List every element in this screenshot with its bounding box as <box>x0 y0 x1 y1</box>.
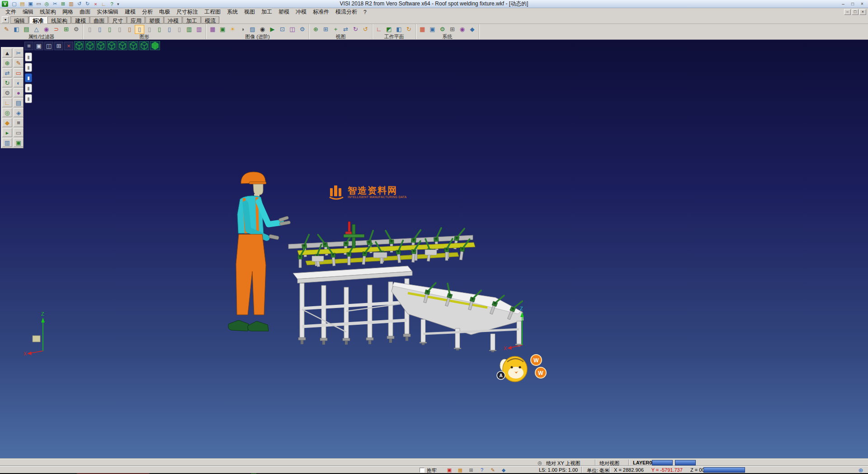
scissors-icon[interactable]: ✂ <box>14 48 24 57</box>
measure-angle-icon[interactable]: ∟ <box>2 98 12 107</box>
lock-checkbox[interactable] <box>420 468 425 473</box>
grid-toggle-icon[interactable]: ⊞ <box>467 467 475 473</box>
zoom-extents-icon[interactable]: ⊕ <box>311 25 321 34</box>
list-icon[interactable]: ≡ <box>14 118 24 127</box>
preview-icon[interactable]: ◎ <box>43 0 51 7</box>
view-right-icon[interactable] <box>118 41 127 50</box>
image-capture-icon[interactable]: ▦ <box>457 467 464 473</box>
workplane-view-icon[interactable]: ◩ <box>384 25 394 34</box>
blank-elements-icon[interactable]: ▯ <box>145 25 154 34</box>
advanced-settings-icon[interactable]: ⚙ <box>297 25 307 34</box>
maximize-button[interactable]: □ <box>849 1 857 7</box>
clip-plane-icon[interactable]: ▥ <box>194 25 204 34</box>
database-icon[interactable]: ▥ <box>2 138 12 147</box>
menu-item[interactable]: 冲模 <box>292 8 310 16</box>
filter-settings-icon[interactable]: ⚙ <box>71 25 81 34</box>
paste-icon[interactable]: ▥ <box>67 0 75 7</box>
menu-item[interactable]: 标准件 <box>310 8 332 16</box>
zoom-in-icon[interactable]: + <box>331 25 340 34</box>
menu-item[interactable]: 尺寸标注 <box>173 8 201 16</box>
layer-label[interactable]: LAYER0 <box>633 460 652 465</box>
workplane-xy-icon[interactable]: ∟ <box>374 25 384 34</box>
menu-item[interactable]: 工程图 <box>201 8 224 16</box>
sphere-icon[interactable]: ● <box>14 88 24 97</box>
display-settings-icon[interactable]: ▣ <box>428 25 437 34</box>
pan-view-icon[interactable]: ⇄ <box>341 25 350 34</box>
select-mode-button-2[interactable]: ▮ <box>25 63 32 72</box>
3d-viewport[interactable]: Z X Z X ≡ ▣ ◫ ⊞ × <box>0 40 868 459</box>
screenshot-icon[interactable]: ⊡ <box>278 25 287 34</box>
menu-item[interactable]: ? <box>360 9 370 16</box>
menu-item[interactable]: 文件 <box>2 8 19 16</box>
render-mode-icon[interactable]: ▦ <box>208 25 217 34</box>
close-view-icon[interactable]: × <box>64 42 73 50</box>
layer-manager-icon[interactable]: ▯ <box>85 25 94 34</box>
menu-item[interactable]: 视图 <box>241 8 258 16</box>
match-attributes-icon[interactable]: ◧ <box>12 25 21 34</box>
lighting-icon[interactable]: ☀ <box>228 25 237 34</box>
view-list-icon[interactable]: ▯ <box>95 25 104 34</box>
menu-item[interactable]: 塑模 <box>275 8 292 16</box>
help-icon[interactable]: ? <box>108 0 116 7</box>
cut-icon[interactable]: ✂ <box>51 0 59 7</box>
tab[interactable]: 模流 <box>201 16 219 24</box>
rotate-icon[interactable]: ↻ <box>2 78 12 87</box>
rotate-view-icon[interactable]: ↻ <box>351 25 360 34</box>
close-button[interactable]: × <box>858 1 866 7</box>
workplane-entity-icon[interactable]: ◧ <box>394 25 404 34</box>
mdi-minimize-button[interactable]: – <box>844 9 851 15</box>
redraw-icon[interactable]: ▯ <box>175 25 184 34</box>
tab[interactable]: 加工 <box>183 16 201 24</box>
mdi-close-button[interactable]: × <box>859 9 866 15</box>
annotate-icon[interactable]: ✎ <box>489 467 496 473</box>
show-elements-icon[interactable]: ▯ <box>125 25 134 34</box>
diamond-grid-icon[interactable]: ◈ <box>14 108 24 117</box>
printer-icon[interactable]: ▭ <box>14 128 24 137</box>
search-icon[interactable]: ◎ <box>536 460 543 466</box>
tab[interactable]: 塑膜 <box>146 16 164 24</box>
menu-item[interactable]: 实体编辑 <box>94 8 122 16</box>
view-bottom-icon[interactable] <box>139 41 149 50</box>
select-mode-button-4[interactable]: ▮ <box>25 84 32 93</box>
select-mode-button-3[interactable]: ▮ <box>25 73 32 82</box>
menu-item[interactable]: 模流分析 <box>332 8 360 16</box>
view-front-icon[interactable] <box>96 41 106 50</box>
unblank-elements-icon[interactable]: ▯ <box>155 25 164 34</box>
element-filter-icon[interactable]: △ <box>32 25 41 34</box>
regenerate-icon[interactable]: ▥ <box>184 25 194 34</box>
magnet-filter-icon[interactable]: ⊃ <box>52 25 61 34</box>
grid-settings-icon[interactable]: ⊞ <box>448 25 457 34</box>
flag-icon[interactable]: ▸ <box>2 128 12 137</box>
tab[interactable]: 应用 <box>127 16 145 24</box>
magnify-icon[interactable]: ◎ <box>2 108 12 117</box>
tab[interactable]: 线架构 <box>47 16 71 24</box>
menu-item[interactable]: 建模 <box>122 8 139 16</box>
view-shaded-icon[interactable] <box>150 41 160 50</box>
mdi-restore-button[interactable]: □ <box>852 9 859 15</box>
layer-filter-icon[interactable]: ▤ <box>22 25 31 34</box>
modify-attributes-icon[interactable]: ✎ <box>2 25 11 34</box>
delete-icon[interactable]: × <box>92 0 99 7</box>
tab-overflow-button[interactable]: ▾ <box>2 16 9 23</box>
zoom-window-icon[interactable]: ⊞ <box>321 25 330 34</box>
grid-view-icon[interactable]: ⊞ <box>54 42 63 50</box>
view-rear-icon[interactable] <box>128 41 138 50</box>
mirror-icon[interactable]: ◐ <box>14 78 24 87</box>
system-settings-icon[interactable]: ⚙ <box>438 25 447 34</box>
multi-view-icon[interactable]: ◫ <box>44 42 53 50</box>
select-arrow-icon[interactable]: ▲ <box>2 48 12 57</box>
select-mode-button-1[interactable]: ▮ <box>25 52 32 62</box>
menu-item[interactable]: 系统 <box>224 8 241 16</box>
menu-item[interactable]: 分析 <box>139 8 156 16</box>
save-view-icon[interactable]: ▣ <box>14 138 24 147</box>
copy-icon[interactable]: ⊞ <box>59 0 67 7</box>
menu-item[interactable]: 线架构 <box>37 8 59 16</box>
menu-item[interactable]: 电极 <box>156 8 173 16</box>
menu-item[interactable]: 曲面 <box>76 8 94 16</box>
move-icon[interactable]: ⇄ <box>2 68 12 77</box>
view-top-icon[interactable] <box>85 41 95 50</box>
print-icon[interactable]: ▭ <box>35 0 42 7</box>
minimize-button[interactable]: – <box>839 1 847 7</box>
snap-settings-icon[interactable]: ◉ <box>458 25 467 34</box>
tab[interactable]: 标准 <box>29 16 47 24</box>
